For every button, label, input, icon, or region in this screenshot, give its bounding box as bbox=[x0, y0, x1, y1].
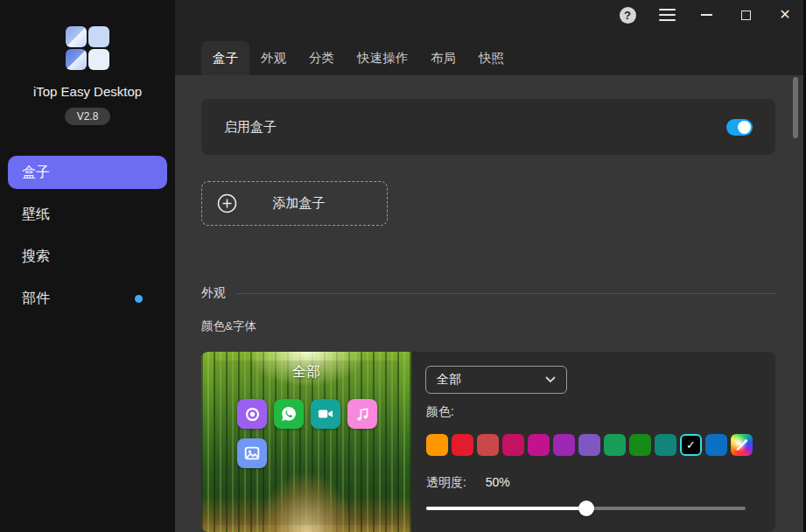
add-box-label: 添加盒子 bbox=[237, 195, 361, 212]
toggle-knob bbox=[738, 121, 751, 134]
appearance-title: 外观 bbox=[201, 285, 226, 301]
app-name: iTop Easy Desktop bbox=[0, 84, 175, 99]
version-badge: V2.8 bbox=[65, 108, 110, 125]
color-swatch-6[interactable] bbox=[553, 434, 575, 456]
music-icon[interactable] bbox=[347, 399, 377, 429]
enable-box-toggle[interactable] bbox=[726, 119, 753, 136]
box-preview-image: 全部 bbox=[201, 352, 411, 532]
app-window: iTop Easy Desktop V2.8 盒子壁纸搜索部件 ? ✕ 盒子外观… bbox=[0, 0, 806, 532]
app-logo-icon bbox=[63, 24, 112, 73]
preview-icons-row-2 bbox=[237, 438, 267, 468]
color-swatch-1[interactable] bbox=[426, 434, 448, 456]
menu-button[interactable] bbox=[657, 5, 676, 24]
minimize-icon bbox=[701, 14, 712, 16]
hamburger-icon bbox=[659, 9, 676, 21]
plus-circle-icon bbox=[217, 193, 237, 214]
color-swatches: ✓ bbox=[426, 434, 753, 456]
slider-fill bbox=[426, 507, 586, 510]
appearance-section-header: 外观 bbox=[201, 285, 775, 301]
sidebar-item-3[interactable]: 搜索 bbox=[8, 240, 167, 273]
color-label: 颜色: bbox=[426, 404, 454, 420]
tab-3[interactable]: 分类 bbox=[298, 41, 346, 75]
tab-6[interactable]: 快照 bbox=[467, 41, 515, 75]
opacity-label: 透明度: bbox=[426, 475, 466, 489]
chrome-icon[interactable] bbox=[237, 399, 267, 429]
color-swatch-12[interactable] bbox=[705, 434, 727, 456]
help-button[interactable]: ? bbox=[618, 5, 637, 24]
enable-box-label: 启用盒子 bbox=[224, 119, 277, 136]
sidebar: iTop Easy Desktop V2.8 盒子壁纸搜索部件 bbox=[0, 0, 175, 532]
close-icon: ✕ bbox=[779, 8, 790, 22]
tab-1[interactable]: 盒子 bbox=[201, 41, 249, 75]
tab-2[interactable]: 外观 bbox=[249, 41, 298, 75]
color-font-title: 颜色&字体 bbox=[201, 318, 256, 334]
opacity-slider[interactable] bbox=[426, 500, 746, 517]
sidebar-item-label: 壁纸 bbox=[22, 206, 50, 224]
sidebar-item-label: 部件 bbox=[22, 290, 50, 308]
section-divider bbox=[236, 293, 775, 294]
video-icon[interactable] bbox=[311, 399, 340, 429]
opacity-value: 50% bbox=[486, 475, 510, 489]
window-controls: ? ✕ bbox=[618, 4, 795, 25]
maximize-icon bbox=[741, 10, 751, 20]
opacity-row: 透明度: 50% bbox=[426, 475, 510, 491]
slider-knob[interactable] bbox=[578, 500, 594, 516]
sidebar-item-2[interactable]: 壁纸 bbox=[8, 198, 167, 231]
color-swatch-11[interactable]: ✓ bbox=[680, 434, 702, 456]
sidebar-item-4[interactable]: 部件 bbox=[8, 282, 167, 315]
add-box-button[interactable]: 添加盒子 bbox=[201, 181, 388, 226]
color-swatch-7[interactable] bbox=[578, 434, 600, 456]
new-badge-dot-icon bbox=[135, 295, 143, 303]
sidebar-nav: 盒子壁纸搜索部件 bbox=[0, 156, 175, 315]
sidebar-item-label: 盒子 bbox=[22, 164, 50, 182]
color-font-card: 全部 全部 颜色: ✓ 透明度: 50% bbox=[201, 352, 775, 532]
color-swatch-2[interactable] bbox=[452, 434, 473, 456]
tab-4[interactable]: 快速操作 bbox=[346, 41, 419, 75]
group-select-value: 全部 bbox=[437, 372, 461, 388]
scrollbar-thumb[interactable] bbox=[793, 77, 798, 138]
color-swatch-10[interactable] bbox=[655, 434, 676, 456]
color-swatch-3[interactable] bbox=[477, 434, 499, 456]
enable-box-card: 启用盒子 bbox=[201, 99, 775, 155]
whatsapp-icon[interactable] bbox=[274, 399, 304, 429]
topbar: ? ✕ 盒子外观分类快速操作布局快照 bbox=[175, 0, 803, 75]
group-select-dropdown[interactable]: 全部 bbox=[425, 366, 567, 394]
box-group-title: 全部 bbox=[201, 363, 411, 382]
tab-bar: 盒子外观分类快速操作布局快照 bbox=[201, 41, 515, 75]
help-icon: ? bbox=[620, 7, 636, 24]
settings-content: 启用盒子 添加盒子 外观 颜色&字体 全部 bbox=[175, 75, 803, 532]
sidebar-item-1[interactable]: 盒子 bbox=[8, 156, 167, 189]
color-swatch-5[interactable] bbox=[528, 434, 550, 456]
photo-icon[interactable] bbox=[237, 438, 267, 468]
sidebar-item-label: 搜索 bbox=[22, 248, 50, 266]
color-controls: 全部 颜色: ✓ 透明度: 50% bbox=[425, 352, 761, 532]
chevron-down-icon bbox=[545, 376, 556, 383]
minimize-button[interactable] bbox=[697, 5, 716, 24]
maximize-button[interactable] bbox=[736, 5, 755, 24]
color-swatch-8[interactable] bbox=[604, 434, 626, 456]
custom-color-picker-icon[interactable] bbox=[731, 434, 753, 456]
preview-icons-row-1 bbox=[237, 399, 377, 429]
color-swatch-4[interactable] bbox=[502, 434, 524, 456]
color-swatch-9[interactable] bbox=[629, 434, 651, 456]
close-button[interactable]: ✕ bbox=[775, 5, 795, 24]
tab-5[interactable]: 布局 bbox=[419, 41, 467, 75]
